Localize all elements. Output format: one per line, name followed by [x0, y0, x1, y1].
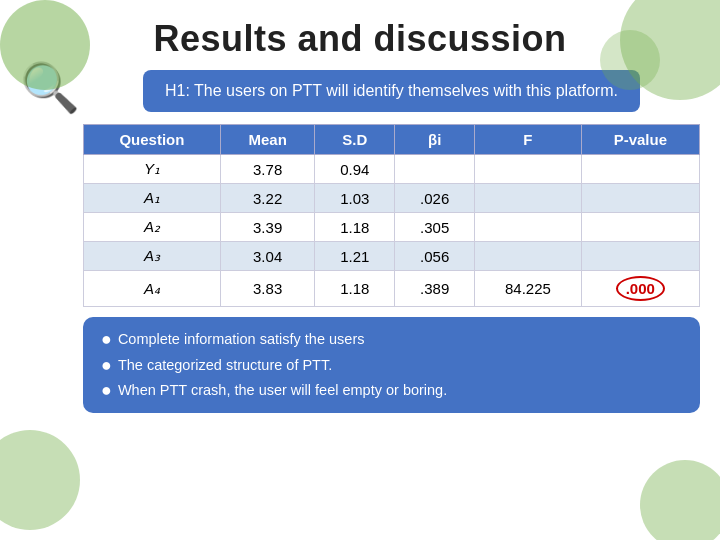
cell-sd: 1.18 [315, 213, 395, 242]
cell-sd: 0.94 [315, 155, 395, 184]
cell-mean: 3.83 [220, 271, 314, 307]
cell-pvalue [581, 184, 699, 213]
cell-mean: 3.39 [220, 213, 314, 242]
hypothesis-box: H1: The users on PTT will identify thems… [143, 70, 640, 112]
cell-bi: .026 [395, 184, 475, 213]
bullet-item: ●When PTT crash, the user will feel empt… [101, 378, 682, 403]
cell-pvalue [581, 242, 699, 271]
bullet-dot-icon: ● [101, 378, 112, 403]
bullet-dot-icon: ● [101, 327, 112, 352]
col-header-question: Question [84, 125, 221, 155]
pvalue-circle: .000 [616, 276, 665, 301]
cell-question: A₃ [84, 242, 221, 271]
cell-bi [395, 155, 475, 184]
hypothesis-text: H1: The users on PTT will identify thems… [165, 82, 618, 99]
deco-circle-topleft [0, 0, 90, 90]
cell-sd: 1.03 [315, 184, 395, 213]
cell-pvalue [581, 213, 699, 242]
col-header-bi: βi [395, 125, 475, 155]
bullet-dot-icon: ● [101, 353, 112, 378]
data-table: Question Mean S.D βi F P-value Y₁3.780.9… [83, 124, 700, 307]
cell-sd: 1.21 [315, 242, 395, 271]
cell-bi: .389 [395, 271, 475, 307]
table-row: A₂3.391.18.305 [84, 213, 700, 242]
cell-f [475, 184, 581, 213]
cell-bi: .305 [395, 213, 475, 242]
col-header-mean: Mean [220, 125, 314, 155]
bullet-text: The categorized structure of PTT. [118, 353, 332, 378]
col-header-f: F [475, 125, 581, 155]
cell-f [475, 213, 581, 242]
right-area: H1: The users on PTT will identify thems… [83, 70, 700, 413]
cell-f [475, 155, 581, 184]
cell-pvalue [581, 155, 699, 184]
cell-sd: 1.18 [315, 271, 395, 307]
cell-mean: 3.22 [220, 184, 314, 213]
cell-question: A₁ [84, 184, 221, 213]
table-row: A₄3.831.18.38984.225.000 [84, 271, 700, 307]
table-row: A₃3.041.21.056 [84, 242, 700, 271]
cell-bi: .056 [395, 242, 475, 271]
bullet-item: ●Complete information satisfy the users [101, 327, 682, 352]
deco-circle-topright2 [600, 30, 660, 90]
table-header-row: Question Mean S.D βi F P-value [84, 125, 700, 155]
cell-f: 84.225 [475, 271, 581, 307]
cell-question: A₄ [84, 271, 221, 307]
cell-mean: 3.04 [220, 242, 314, 271]
table-row: A₁3.221.03.026 [84, 184, 700, 213]
cell-question: Y₁ [84, 155, 221, 184]
col-header-sd: S.D [315, 125, 395, 155]
cell-pvalue: .000 [581, 271, 699, 307]
bullets-box: ●Complete information satisfy the users●… [83, 317, 700, 413]
bullet-text: When PTT crash, the user will feel empty… [118, 378, 447, 403]
cell-question: A₂ [84, 213, 221, 242]
deco-circle-bottomright [640, 460, 720, 540]
cell-f [475, 242, 581, 271]
bullet-item: ●The categorized structure of PTT. [101, 353, 682, 378]
col-header-pvalue: P-value [581, 125, 699, 155]
deco-circle-bottomleft [0, 430, 80, 530]
bullet-text: Complete information satisfy the users [118, 327, 365, 352]
table-row: Y₁3.780.94 [84, 155, 700, 184]
cell-mean: 3.78 [220, 155, 314, 184]
